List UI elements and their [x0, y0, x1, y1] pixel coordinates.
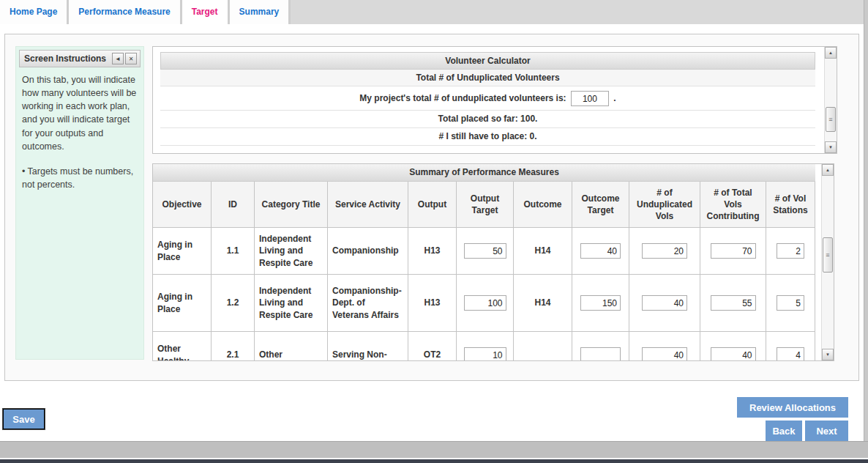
cell-id: 1.1: [212, 228, 255, 275]
still-to-place-text: # I still have to place: 0.: [160, 128, 815, 146]
scrollbar-thumb[interactable]: ≡: [826, 107, 836, 132]
col-vol-stations: # of Vol Stations: [766, 182, 815, 228]
total-vols-input[interactable]: [711, 347, 756, 360]
tab-bar: Home Page Performance Measure Target Sum…: [0, 0, 864, 24]
scroll-down-button[interactable]: ▼: [822, 349, 834, 360]
close-panel-button[interactable]: ✕: [125, 53, 137, 64]
scroll-up-icon: ▲: [828, 51, 833, 55]
cell-outcome: [514, 332, 572, 360]
scrollbar-thumb[interactable]: ≡: [823, 237, 833, 273]
cell-category: Other: [255, 332, 328, 360]
cell-category: Independent Living and Respite Care: [255, 228, 328, 275]
cell-activity: Companionship-Dept. of Veterans Affairs: [328, 275, 408, 332]
table-row: Other Healthy 2.1 Other Serving Non- OT2: [153, 332, 815, 360]
col-output-target: Output Target: [457, 182, 514, 228]
bottom-border-bar: [0, 459, 868, 463]
output-target-input[interactable]: [464, 295, 506, 311]
tab-target[interactable]: Target: [182, 0, 230, 24]
scroll-down-button[interactable]: ▼: [825, 141, 837, 153]
outcome-target-input[interactable]: [580, 347, 621, 360]
col-category-title: Category Title: [255, 182, 328, 228]
scroll-up-button[interactable]: ▲: [825, 47, 837, 59]
screen-instructions-title: Screen Instructions: [24, 53, 111, 64]
col-id: ID: [212, 182, 255, 228]
total-vols-input[interactable]: [711, 295, 756, 311]
cell-objective: Other Healthy: [153, 332, 212, 360]
instructions-paragraph: On this tab, you will indicate how many …: [22, 73, 139, 153]
unduplicated-vols-input[interactable]: [642, 243, 687, 259]
grip-icon: ≡: [826, 251, 829, 259]
unduplicated-vols-input[interactable]: [642, 295, 687, 311]
cell-activity: Serving Non-: [328, 332, 408, 360]
col-service-activity: Service Activity: [328, 182, 408, 228]
tab-home-page[interactable]: Home Page: [0, 0, 69, 24]
cell-activity: Companionship: [328, 228, 408, 275]
table-row: Aging in Place 1.2 Independent Living an…: [153, 275, 815, 332]
save-button[interactable]: Save: [3, 409, 45, 429]
col-objective: Objective: [153, 182, 212, 228]
table-header-row: Objective ID Category Title Service Acti…: [153, 182, 815, 228]
unduplicated-volunteers-label: My project's total # of unduplicated vol…: [359, 93, 566, 103]
output-target-input[interactable]: [464, 243, 506, 259]
col-unduplicated-vols: # of Unduplicated Vols: [629, 182, 700, 228]
performance-measures-section: Summary of Performance Measures Objectiv…: [152, 163, 834, 361]
back-button[interactable]: Back: [766, 421, 802, 441]
cell-outcome: H14: [514, 275, 572, 332]
col-output: Output: [408, 182, 457, 228]
scroll-down-icon: ▼: [826, 352, 830, 357]
table-row: Aging in Place 1.1 Independent Living an…: [153, 228, 815, 275]
total-vols-input[interactable]: [711, 243, 756, 259]
cell-category: Independent Living and Respite Care: [255, 275, 328, 332]
review-allocations-button[interactable]: Review Allocations: [737, 397, 848, 418]
unduplicated-volunteers-heading: Total # of Unduplicated Volunteers: [160, 70, 815, 86]
tab-performance-measure[interactable]: Performance Measure: [69, 0, 182, 24]
volunteer-calculator-section: Volunteer Calculator Total # of Unduplic…: [152, 46, 837, 154]
performance-measures-title: Summary of Performance Measures: [153, 164, 815, 182]
output-target-input[interactable]: [464, 347, 506, 360]
screen-instructions-header: Screen Instructions ◄ ✕: [19, 50, 141, 67]
tab-summary[interactable]: Summary: [230, 0, 291, 24]
screen-instructions-text: On this tab, you will indicate how many …: [22, 73, 139, 203]
collapse-panel-button[interactable]: ◄: [112, 53, 124, 64]
cell-id: 1.2: [212, 275, 255, 332]
next-button[interactable]: Next: [805, 421, 848, 441]
main-content-panel: Screen Instructions ◄ ✕ On this tab, you…: [4, 34, 859, 381]
unduplicated-volunteers-input[interactable]: [571, 91, 609, 106]
vol-stations-input[interactable]: [777, 243, 804, 259]
grip-icon: ≡: [828, 116, 832, 123]
scroll-down-icon: ▼: [828, 145, 833, 149]
cell-output: OT2: [408, 332, 457, 360]
outcome-target-input[interactable]: [580, 295, 621, 311]
vol-stations-input[interactable]: [777, 295, 804, 311]
unduplicated-vols-input[interactable]: [642, 347, 687, 360]
calculator-scrollbar[interactable]: ▲ ≡ ▼: [824, 47, 837, 153]
window-edge-strip: [864, 0, 868, 441]
screen-instructions-panel: Screen Instructions ◄ ✕ On this tab, you…: [15, 46, 144, 360]
col-outcome-target: Outcome Target: [572, 182, 629, 228]
unduplicated-volunteers-suffix: .: [613, 93, 616, 103]
cell-output: H13: [408, 228, 457, 275]
cell-id: 2.1: [212, 332, 255, 360]
performance-measures-table: Summary of Performance Measures Objectiv…: [153, 164, 815, 360]
scroll-up-button[interactable]: ▲: [822, 164, 834, 176]
total-placed-text: Total placed so far: 100.: [160, 111, 815, 128]
cell-objective: Aging in Place: [153, 275, 212, 332]
instructions-bullet: • Targets must be numbers, not percents.: [22, 165, 139, 191]
unduplicated-volunteers-row: My project's total # of unduplicated vol…: [160, 86, 815, 111]
close-icon: ✕: [129, 56, 134, 62]
cell-outcome: H14: [514, 228, 572, 275]
status-bar: [0, 441, 868, 458]
cell-objective: Aging in Place: [153, 228, 212, 275]
scroll-up-icon: ▲: [826, 168, 830, 172]
chevron-left-icon: ◄: [115, 56, 121, 62]
cell-output: H13: [408, 275, 457, 332]
table-scrollbar[interactable]: ▲ ≡ ▼: [821, 164, 834, 360]
col-total-vols-contributing: # of Total Vols Contributing: [700, 182, 766, 228]
vol-stations-input[interactable]: [777, 347, 804, 360]
col-outcome: Outcome: [514, 182, 572, 228]
volunteer-calculator-title: Volunteer Calculator: [160, 52, 815, 70]
outcome-target-input[interactable]: [580, 243, 621, 259]
